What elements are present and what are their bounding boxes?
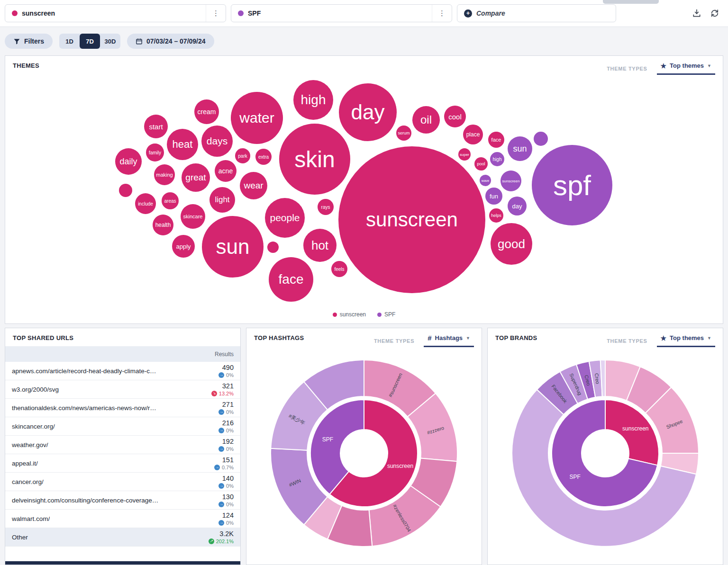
kebab-menu-icon[interactable]: ⋮	[206, 5, 226, 22]
theme-bubble[interactable]: high	[293, 80, 333, 120]
range-1d-button[interactable]: 1D	[59, 34, 80, 49]
theme-bubble[interactable]: serum	[396, 126, 411, 141]
theme-bubble[interactable]: feels	[331, 261, 347, 277]
url-row[interactable]: skincancer.org/216→0%	[5, 417, 240, 436]
theme-bubble[interactable]: wave	[480, 175, 491, 186]
theme-bubble[interactable]: super	[458, 148, 471, 161]
theme-bubble[interactable]: skin	[279, 124, 350, 195]
theme-bubble[interactable]: rays	[318, 199, 334, 215]
url-text[interactable]: thenationaldesk.com/news/americas-news-n…	[12, 404, 156, 412]
result-cell: 216→0%	[218, 419, 234, 433]
trend-arrow-icon: →	[218, 428, 224, 433]
theme-bubble[interactable]: spf	[532, 145, 612, 225]
refresh-icon[interactable]	[708, 7, 721, 20]
hashtags-selector[interactable]: # Hashtags ▼	[424, 334, 474, 347]
theme-bubble[interactable]: oil	[412, 106, 440, 134]
trend-arrow-icon: →	[218, 502, 224, 507]
theme-bubble[interactable]: daily	[115, 148, 142, 175]
range-30d-button[interactable]: 30D	[100, 34, 120, 49]
url-text[interactable]: cancer.org/	[12, 478, 44, 485]
query-card-sunscreen[interactable]: sunscreen ⋮	[5, 4, 226, 22]
chevron-down-icon: ▼	[707, 63, 711, 68]
change-indicator: →0%	[218, 409, 234, 415]
theme-types-label: THEME TYPES	[607, 338, 647, 344]
table-scrollbar[interactable]	[5, 561, 240, 565]
url-row[interactable]: appeal.it/151→0.7%	[5, 454, 240, 473]
theme-bubble[interactable]: days	[201, 126, 233, 157]
url-text[interactable]: apnews.com/article/record-heat-deadly-cl…	[12, 368, 156, 375]
query-card-spf[interactable]: SPF ⋮	[231, 4, 452, 22]
url-text[interactable]: walmart.com/	[12, 515, 50, 522]
result-cell: 140→0%	[218, 475, 234, 488]
url-text[interactable]: skincancer.org/	[12, 423, 55, 430]
url-row[interactable]: cancer.org/140→0%	[5, 473, 240, 491]
theme-bubble[interactable]: people	[265, 198, 305, 238]
date-range-picker[interactable]: 07/03/24 – 07/09/24	[127, 34, 214, 49]
result-count: 124	[218, 511, 234, 520]
url-row[interactable]: thenationaldesk.com/news/americas-news-n…	[5, 399, 240, 417]
theme-bubble[interactable]: helps	[489, 208, 503, 223]
url-text[interactable]: Other	[12, 534, 28, 541]
result-cell: 151→0.7%	[214, 456, 234, 470]
range-7d-button[interactable]: 7D	[80, 34, 100, 49]
theme-bubble[interactable]: place	[463, 125, 483, 144]
filters-button[interactable]: Filters	[5, 34, 53, 49]
kebab-menu-icon[interactable]: ⋮	[432, 5, 452, 22]
theme-bubble[interactable]: face	[488, 132, 504, 148]
theme-bubble[interactable]	[267, 242, 279, 253]
theme-bubble[interactable]: wear	[240, 172, 267, 199]
trend-arrow-icon: ↘	[211, 391, 217, 396]
result-count: 271	[218, 401, 234, 409]
theme-bubble[interactable]: sun	[202, 216, 264, 278]
url-text[interactable]: weather.gov/	[12, 441, 48, 448]
theme-bubble[interactable]: sunscreen	[338, 146, 485, 293]
url-row[interactable]: weather.gov/192→0%	[5, 436, 240, 454]
theme-bubble[interactable]: sun	[508, 136, 532, 161]
theme-bubble[interactable]: park	[235, 148, 250, 163]
theme-bubble[interactable]: areas	[162, 192, 179, 209]
brands-selector[interactable]: ★ Top themes ▼	[657, 334, 715, 347]
theme-bubble[interactable]: making	[154, 164, 175, 185]
theme-bubble[interactable]: water	[231, 92, 283, 144]
url-row[interactable]: delveinsight.com/consulting/conference-c…	[5, 491, 240, 510]
theme-bubble[interactable]: start	[144, 115, 168, 138]
sunburst-label: sunscreen	[622, 425, 648, 432]
theme-bubble[interactable]: skincare	[181, 204, 205, 229]
url-row[interactable]: w3.org/2000/svg321↘13.2%	[5, 380, 240, 399]
theme-bubble[interactable]: apply	[172, 235, 195, 258]
theme-bubble[interactable]: day	[339, 83, 397, 141]
url-row[interactable]: Other3.2K↗202.1%	[5, 528, 240, 547]
url-text[interactable]: appeal.it/	[12, 460, 38, 467]
sunburst-label: SPF	[570, 474, 581, 480]
theme-bubble[interactable]: high	[490, 152, 504, 166]
theme-bubble[interactable]: cream	[194, 99, 219, 124]
compare-button[interactable]: + Compare	[457, 4, 616, 22]
url-row[interactable]: walmart.com/124→0%	[5, 510, 240, 528]
theme-bubble[interactable]: include	[135, 193, 156, 214]
theme-type-selector[interactable]: ★ Top themes ▼	[657, 62, 715, 75]
theme-bubble[interactable]: family	[146, 143, 164, 161]
theme-bubble[interactable]: health	[153, 215, 173, 235]
theme-bubble[interactable]: hot	[303, 229, 337, 262]
theme-bubble[interactable]: great	[182, 163, 210, 192]
url-text[interactable]: delveinsight.com/consulting/conference-c…	[12, 497, 158, 504]
theme-bubble[interactable]	[534, 132, 548, 146]
theme-bubble[interactable]: extra	[255, 149, 272, 165]
theme-bubble[interactable]: face	[269, 257, 313, 302]
theme-bubble[interactable]: heat	[167, 129, 198, 160]
sunburst-label: SPF	[322, 436, 333, 443]
theme-bubble[interactable]: day	[508, 197, 527, 215]
theme-bubble[interactable]: pool	[474, 157, 488, 170]
theme-bubble[interactable]: acne	[215, 160, 237, 182]
theme-bubble[interactable]: sunscreen	[500, 170, 521, 191]
url-row[interactable]: apnews.com/article/record-heat-deadly-cl…	[5, 362, 240, 380]
download-icon[interactable]	[690, 7, 703, 20]
theme-bubble[interactable]: light	[209, 187, 235, 213]
result-cell: 490→0%	[218, 364, 234, 377]
theme-bubble[interactable]: cool	[444, 106, 466, 127]
hashtags-title: TOP HASHTAGS	[254, 334, 304, 341]
url-text[interactable]: w3.org/2000/svg	[12, 386, 59, 393]
theme-bubble[interactable]: fun	[485, 188, 502, 205]
theme-bubble[interactable]: good	[491, 223, 532, 265]
theme-bubble[interactable]	[119, 184, 132, 197]
